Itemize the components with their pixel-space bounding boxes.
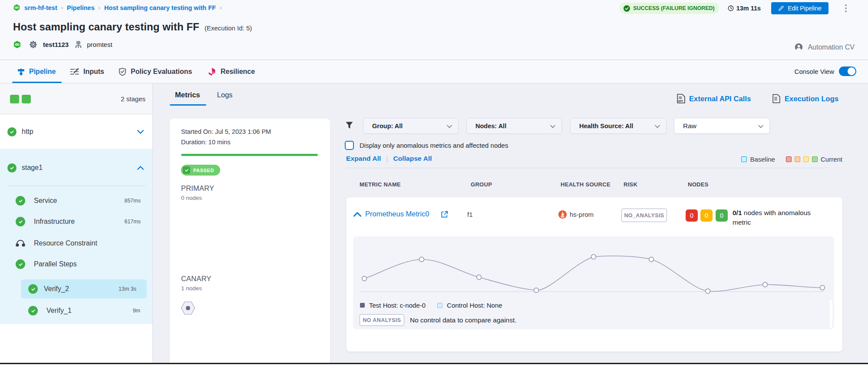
svg-text:API: API <box>678 100 683 103</box>
